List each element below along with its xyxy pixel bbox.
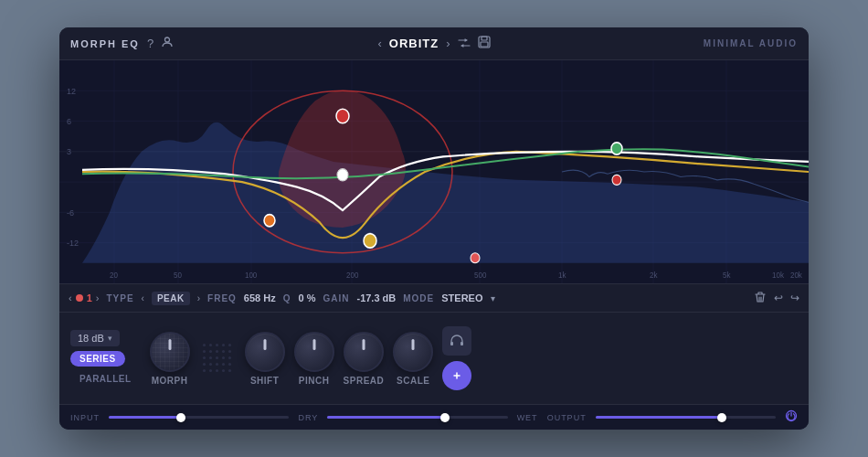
- svg-text:1k: 1k: [558, 271, 566, 281]
- svg-text:-12: -12: [67, 238, 79, 249]
- svg-text:100: 100: [245, 271, 258, 281]
- transport-bar: INPUT DRY WET OUTPUT: [59, 404, 809, 430]
- q-label: Q: [283, 293, 291, 303]
- shift-knob-group: SHIFT: [245, 332, 285, 386]
- svg-text:2k: 2k: [650, 271, 658, 281]
- help-icon[interactable]: ?: [147, 37, 153, 50]
- scale-knob[interactable]: [393, 332, 433, 372]
- drywet-slider-fill: [327, 416, 444, 419]
- band-indicator: [76, 294, 83, 302]
- svg-point-35: [336, 109, 349, 123]
- gain-label: GAIN: [323, 293, 349, 303]
- svg-rect-2: [482, 37, 487, 40]
- spread-knob[interactable]: [344, 332, 384, 372]
- eq-display[interactable]: 12 6 3 -6 -12 20 50 100 200 500 1k 2k 5k…: [59, 60, 809, 283]
- brand-text: MINIMAL AUDIO: [704, 38, 798, 48]
- header-right: MINIMAL AUDIO: [500, 38, 798, 48]
- power-bypass-icon[interactable]: [785, 409, 798, 425]
- shift-label: SHIFT: [250, 376, 279, 386]
- input-slider-thumb[interactable]: [176, 413, 185, 422]
- speaker-grill: [203, 344, 232, 373]
- mode-label: MODE: [403, 293, 434, 303]
- user-icon[interactable]: [161, 36, 174, 51]
- shuffle-icon[interactable]: [458, 37, 471, 50]
- redo-icon[interactable]: ↪: [790, 292, 799, 304]
- band-number: 1: [87, 292, 92, 303]
- spread-knob-group: SPREAD: [344, 332, 385, 386]
- input-slider-track[interactable]: [109, 416, 289, 419]
- series-button[interactable]: SERIES: [70, 351, 125, 367]
- band-nav: ‹ 1 ›: [69, 292, 99, 303]
- morph-knob[interactable]: [150, 332, 190, 372]
- type-prev[interactable]: ‹: [142, 293, 144, 303]
- bottom-section: 18 dB ▾ SERIES PARALLEL MORPH: [59, 313, 809, 404]
- svg-text:20: 20: [110, 271, 118, 281]
- output-slider-track[interactable]: [596, 416, 776, 419]
- svg-rect-42: [460, 342, 463, 345]
- band-controls: ‹ 1 › TYPE ‹ PEAK › FREQ 658 Hz Q 0 % GA…: [59, 283, 809, 313]
- add-button[interactable]: [442, 361, 471, 390]
- dry-label: DRY: [298, 413, 318, 422]
- band-next-arrow[interactable]: ›: [96, 292, 100, 303]
- header: MORPH EQ ? ‹ ORBITZ ›: [59, 27, 809, 60]
- preset-name: ORBITZ: [389, 37, 439, 50]
- svg-rect-3: [481, 42, 488, 47]
- parallel-button[interactable]: PARALLEL: [70, 371, 141, 387]
- svg-point-38: [471, 253, 480, 263]
- svg-text:6: 6: [67, 115, 71, 126]
- input-label: INPUT: [70, 413, 100, 422]
- headphone-button[interactable]: [442, 326, 471, 356]
- right-icon-controls: [442, 326, 471, 390]
- scale-label: SCALE: [397, 376, 429, 386]
- mode-value: STEREO: [441, 292, 482, 303]
- svg-point-34: [264, 215, 275, 227]
- output-slider-thumb[interactable]: [717, 413, 726, 422]
- wet-label: WET: [517, 413, 538, 422]
- output-slider-fill: [596, 416, 722, 419]
- svg-point-37: [364, 234, 376, 249]
- svg-text:3: 3: [67, 146, 71, 157]
- spread-label: SPREAD: [344, 376, 385, 386]
- type-value[interactable]: PEAK: [152, 292, 190, 305]
- band-prev-arrow[interactable]: ‹: [69, 292, 72, 303]
- svg-point-36: [337, 169, 348, 181]
- input-slider-fill: [109, 416, 181, 419]
- delete-band-icon[interactable]: [754, 291, 767, 306]
- prev-preset-arrow[interactable]: ‹: [377, 37, 381, 50]
- shift-knob[interactable]: [245, 332, 285, 372]
- morph-label: MORPH: [152, 376, 188, 386]
- next-preset-arrow[interactable]: ›: [446, 37, 450, 50]
- pinch-knob[interactable]: [294, 332, 334, 372]
- morph-knob-group: MORPH: [150, 332, 190, 386]
- left-controls: 18 dB ▾ SERIES PARALLEL: [70, 330, 141, 387]
- header-left: MORPH EQ ?: [70, 36, 368, 51]
- svg-text:12: 12: [67, 85, 76, 96]
- plugin-window: MORPH EQ ? ‹ ORBITZ ›: [59, 27, 809, 430]
- svg-point-39: [611, 143, 622, 154]
- scale-knob-group: SCALE: [393, 332, 433, 386]
- header-center: ‹ ORBITZ ›: [377, 36, 490, 51]
- svg-text:20k: 20k: [790, 271, 803, 281]
- freq-value: 658 Hz: [244, 292, 276, 303]
- db-range-select[interactable]: 18 dB ▾: [70, 330, 120, 346]
- freq-label: FREQ: [207, 293, 237, 303]
- svg-point-0: [165, 37, 170, 42]
- type-next[interactable]: ›: [197, 293, 200, 303]
- mode-dropdown-arrow[interactable]: ▾: [491, 293, 495, 303]
- svg-text:500: 500: [474, 271, 487, 281]
- output-label: OUTPUT: [547, 413, 587, 422]
- pinch-label: PINCH: [299, 376, 330, 386]
- gain-value: -17.3 dB: [356, 292, 396, 303]
- svg-text:5k: 5k: [723, 271, 731, 281]
- type-label: TYPE: [106, 293, 133, 303]
- q-value: 0 %: [299, 292, 316, 303]
- drywet-slider-track[interactable]: [327, 416, 507, 419]
- undo-icon[interactable]: ↩: [774, 292, 783, 304]
- save-preset-icon[interactable]: [478, 36, 491, 51]
- svg-text:200: 200: [346, 271, 359, 281]
- drywet-slider-thumb[interactable]: [440, 413, 450, 422]
- svg-rect-41: [450, 342, 453, 345]
- pinch-knob-group: PINCH: [294, 332, 334, 386]
- logo-text: MORPH EQ: [70, 38, 140, 49]
- svg-text:10k: 10k: [772, 271, 785, 281]
